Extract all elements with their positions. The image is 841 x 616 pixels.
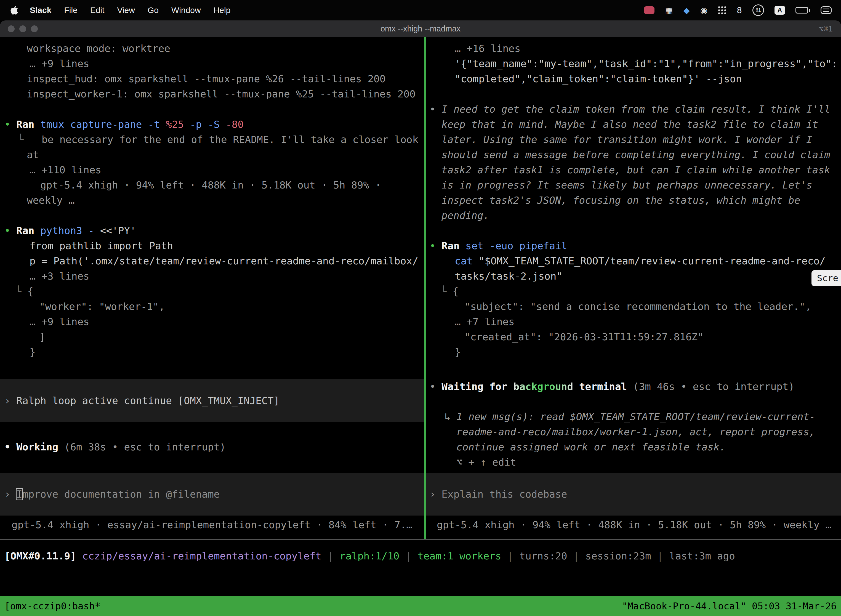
terminal-line: "completed","claim_token":"claim-token"}…: [429, 71, 841, 87]
menu-edit[interactable]: Edit: [90, 6, 105, 15]
prompt-strip[interactable]: › Explain this codebase: [426, 473, 841, 516]
terminal-line: • Ran set -euo pipefail: [429, 238, 841, 253]
omx-turns: turns:20: [519, 550, 567, 562]
terminal-line: ⌥ + ↑ edit: [429, 455, 841, 470]
screen-popup-text: Scre: [817, 273, 838, 283]
menu-window[interactable]: Window: [171, 6, 201, 15]
screen-share-popup[interactable]: Scre: [812, 270, 841, 286]
menu-bar-status-icons: ▦ ◆ ◉ 8 61 A: [644, 0, 832, 21]
omx-session-time: session:23m: [585, 550, 651, 562]
separator: |: [657, 550, 663, 562]
terminal-line: }: [4, 345, 424, 359]
minimize-button[interactable]: [19, 25, 26, 32]
input-source-icon[interactable]: A: [775, 0, 785, 21]
window-title-bar: omx --xhigh --madmax ⌥⌘1: [0, 21, 841, 37]
terminal-window: omx --xhigh --madmax ⌥⌘1 workspace_mode:…: [0, 21, 841, 616]
terminal-line: └ {: [429, 284, 841, 299]
separator: |: [573, 550, 579, 562]
terminal-line: keep that in mind. Maybe I also need the…: [429, 117, 841, 132]
left-pane[interactable]: workspace_mode: worktree… +9 linesinspec…: [0, 37, 424, 539]
apple-icon: [10, 6, 18, 15]
diamond-app-icon[interactable]: ◆: [683, 0, 690, 21]
menu-bar: Slack File Edit View Go Window Help ▦ ◆ …: [0, 0, 841, 21]
terminal-line: [4, 208, 424, 223]
menu-view[interactable]: View: [117, 6, 135, 15]
terminal-line: should send a message before completing …: [429, 147, 841, 162]
terminal-line: workspace_mode: worktree: [4, 41, 424, 56]
separator: |: [507, 550, 513, 562]
terminal-line: gpt-5.4 xhigh · essay/ai-reimplementatio…: [4, 517, 424, 532]
terminal-line: ]: [4, 329, 424, 345]
terminal-line: • Waiting for background terminal (3m 46…: [429, 379, 841, 394]
terminal-line: … +7 lines: [429, 314, 841, 329]
terminal-line: "subject": "send a concise recommendatio…: [429, 299, 841, 314]
right-pane[interactable]: … +16 lines'{"team_name":"my-team","task…: [426, 37, 841, 539]
dots-grid-icon[interactable]: [718, 6, 726, 14]
active-app-name[interactable]: Slack: [30, 6, 51, 15]
control-center-icon[interactable]: [820, 0, 832, 21]
prompt-strip[interactable]: › Ralph loop active continue [OMX_TMUX_I…: [0, 379, 424, 422]
terminal-line: task2 after task1 is complete, but can I…: [429, 162, 841, 177]
omx-status-bar: [OMX#0.11.9] cczip/essay/ai-reimplementa…: [4, 547, 841, 564]
omx-version: [OMX#0.11.9]: [4, 550, 76, 562]
terminal-split: workspace_mode: worktree… +9 linesinspec…: [0, 37, 841, 539]
terminal-line: cat "$OMX_TEAM_STATE_ROOT/team/review-cu…: [429, 253, 841, 268]
menu-file[interactable]: File: [64, 6, 77, 15]
tmux-session-window: [omx-cczip0:bash*: [4, 601, 100, 612]
separator: |: [405, 550, 412, 562]
battery-percentage-icon[interactable]: 61: [752, 0, 764, 21]
terminal-line: └ be necessary for the end of the README…: [4, 132, 424, 147]
terminal-line: [4, 101, 424, 117]
terminal-line: … +3 lines: [4, 268, 424, 284]
terminal-line: at: [4, 147, 424, 162]
prompt-strip[interactable]: › Improve documentation in @filename: [0, 473, 424, 516]
terminal-line: • Ran tmux capture-pane -t %25 -p -S -80: [4, 117, 424, 132]
terminal-line: └ {: [4, 284, 424, 299]
terminal-line: inspect_hud: omx sparkshell --tmux-pane …: [4, 71, 424, 87]
zoom-button[interactable]: [31, 25, 38, 32]
terminal-line: gpt-5.4 xhigh · 94% left · 488K in · 5.1…: [429, 517, 841, 532]
omx-ralph-counter: ralph:1/10: [340, 550, 400, 562]
terminal-line: continue assigned work or next feasible …: [429, 439, 841, 455]
terminal-line: … +16 lines: [429, 41, 841, 56]
menu-go[interactable]: Go: [148, 6, 159, 15]
round-app-icon[interactable]: ◉: [700, 0, 708, 21]
terminal-line: … +9 lines: [4, 56, 424, 71]
grid-app-icon[interactable]: ▦: [665, 0, 673, 21]
terminal-line: }: [429, 345, 841, 359]
close-button[interactable]: [8, 25, 15, 32]
terminal-line: [429, 87, 841, 101]
terminal-line: from pathlib import Path: [4, 238, 424, 253]
status-divider-line: [0, 539, 841, 540]
terminal-line: tasks/task-2.json": [429, 268, 841, 284]
traffic-lights: [8, 25, 38, 32]
terminal-line: readme-and-reco/mailbox/worker-1.json, a…: [429, 424, 841, 439]
screen-recording-icon[interactable]: [644, 0, 655, 21]
terminal-line: ↳ 1 new msg(s): read $OMX_TEAM_STATE_ROO…: [429, 409, 841, 424]
terminal-line: inspect task2's JSON, focusing on the st…: [429, 193, 841, 208]
terminal-line: "created_at": "2026-03-31T11:59:27.816Z": [429, 329, 841, 345]
omx-repo: cczip/essay/ai-reimplementation-copyleft: [82, 550, 321, 562]
terminal-line: is in progress? It seems likely but perh…: [429, 177, 841, 193]
app-icon-8[interactable]: 8: [737, 0, 742, 21]
terminal-line: • Ran python3 - <<'PY': [4, 223, 424, 238]
omx-team-workers: team:1 workers: [418, 550, 501, 562]
terminal-line: [429, 223, 841, 238]
apple-menu[interactable]: [10, 6, 18, 15]
terminal-line: "worker": "worker-1",: [4, 299, 424, 314]
terminal-line: later. Using the same for transition mig…: [429, 132, 841, 147]
omx-last-activity: last:3m ago: [669, 550, 735, 562]
terminal-line: weekly …: [4, 193, 424, 208]
screen: Slack File Edit View Go Window Help ▦ ◆ …: [0, 0, 841, 616]
window-title: omx --xhigh --madmax: [381, 24, 460, 34]
separator: |: [328, 550, 334, 562]
terminal-line: gpt-5.4 xhigh · 94% left · 488K in · 5.1…: [4, 177, 424, 193]
menu-help[interactable]: Help: [214, 6, 231, 15]
terminal-line: '{"team_name":"my-team","task_id":"1","f…: [429, 56, 841, 71]
terminal-line: inspect_worker-1: omx sparkshell --tmux-…: [4, 87, 424, 101]
tmux-host-clock: "MacBook-Pro-44.local" 05:03 31-Mar-26: [622, 601, 837, 612]
terminal-line: • I need to get the claim token from the…: [429, 101, 841, 117]
tmux-status-bar: [omx-cczip0:bash* "MacBook-Pro-44.local"…: [0, 596, 841, 616]
battery-icon[interactable]: [796, 0, 810, 21]
terminal-line: p = Path('.omx/state/team/review-current…: [4, 253, 424, 268]
